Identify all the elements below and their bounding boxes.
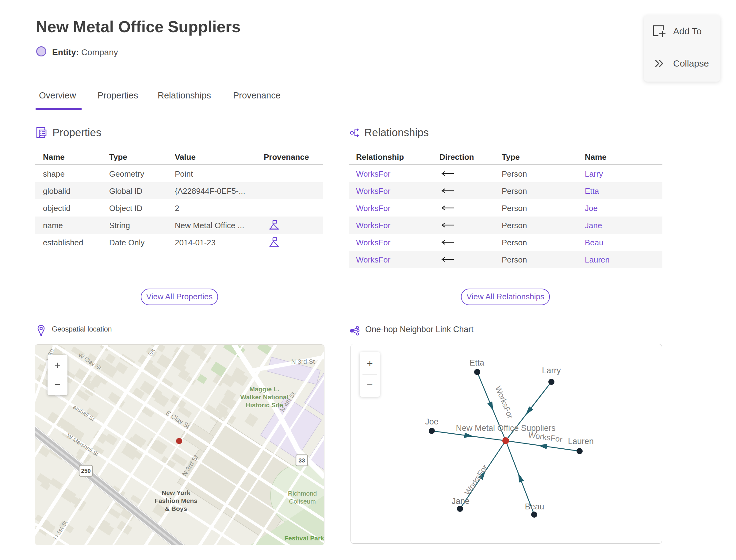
svg-text:Lauren: Lauren [568, 437, 594, 446]
svg-text:33: 33 [298, 457, 305, 464]
svg-text:Fashion Mens: Fashion Mens [155, 497, 197, 504]
svg-text:Maggie L.: Maggie L. [250, 385, 279, 393]
svg-text:Jane: Jane [452, 497, 470, 506]
svg-text:Coliseum: Coliseum [289, 498, 316, 505]
svg-text:N 3rd St: N 3rd St [291, 358, 315, 365]
svg-text:Joe: Joe [425, 417, 439, 426]
svg-text:Festival Park: Festival Park [284, 535, 324, 542]
svg-text:250: 250 [81, 468, 91, 474]
svg-text:Richmond: Richmond [288, 490, 317, 497]
svg-text:WorksFor: WorksFor [493, 385, 515, 420]
svg-text:New Metal Office Suppliers: New Metal Office Suppliers [456, 424, 555, 433]
svg-text:& Boys: & Boys [165, 505, 187, 512]
svg-text:Historic Site: Historic Site [246, 401, 283, 408]
svg-text:New York: New York [162, 489, 190, 496]
svg-text:Walker National: Walker National [240, 393, 289, 401]
svg-text:Larry: Larry [542, 366, 561, 375]
svg-text:Etta: Etta [470, 358, 485, 367]
svg-text:WorksFor: WorksFor [463, 463, 490, 497]
svg-text:Beau: Beau [525, 502, 544, 511]
